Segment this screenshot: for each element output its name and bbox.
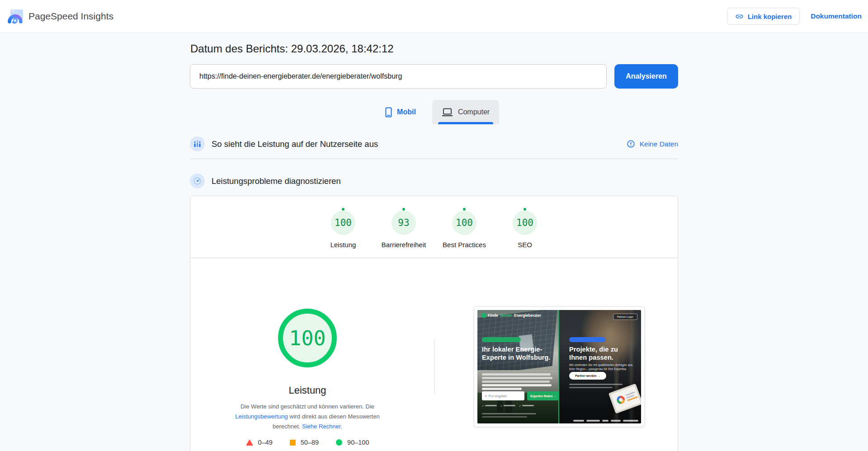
score-label: Best Practices [443,241,486,249]
legend-item-fail: 0–49 [246,439,273,446]
legend-range: 0–49 [258,439,273,446]
blue-badge [569,337,605,342]
link-icon [735,12,744,21]
brand-word: Finde [488,313,498,318]
screenshot-right-pane: Partner Login Projekte, die zu Ihnen pas… [559,310,641,423]
performance-score-value: 100 [289,326,326,350]
text-line [482,377,552,379]
score-gauge: 100 [331,211,355,235]
text-line [482,413,536,414]
score-label: Barrierefreiheit [382,241,426,249]
documentation-link[interactable]: Dokumentation [811,12,862,20]
leistungsbewertung-link[interactable]: Leistungsbewertung [235,413,288,420]
text-line [482,373,551,376]
no-data-link[interactable]: Keine Daten [627,140,678,148]
pagespeed-logo-icon[interactable] [7,9,24,24]
text-line [569,387,613,388]
gauge-description: Die Werte sind geschätzt und können vari… [222,402,393,432]
text-line [482,388,522,390]
gauge-arc-dot [524,208,526,211]
screenshot-left-pane: Finde deinen Energieberater Ihr lokaler … [477,310,559,423]
page-screenshot-thumbnail: Finde deinen Energieberater Ihr lokaler … [474,306,645,427]
url-input[interactable] [190,64,607,89]
report-card: 100 Leistung 93 Barrierefreiheit 100 [190,196,678,451]
copy-link-label: Link kopieren [748,13,792,20]
green-badge [482,337,521,342]
partner-login-button: Partner Login [613,314,637,320]
text-line [482,384,552,386]
score-value: 100 [516,217,533,228]
app-header: PageSpeed Insights Link kopieren Dokumen… [0,0,868,33]
average-square-icon [290,440,296,446]
legend-range: 50–89 [301,439,319,446]
analyze-button[interactable]: Analysieren [614,64,678,89]
score-label: SEO [518,241,532,249]
url-form: Analysieren [190,64,678,89]
tab-computer-label: Computer [458,108,490,116]
siehe-rechner-link[interactable]: Siehe Rechner. [302,423,342,430]
score-value: 100 [456,217,473,228]
brand-word: Energieberater [514,313,541,318]
score-value: 100 [335,217,352,228]
hero-subtext: Wir verbinden Sie mit qualifizierten Anf… [569,363,638,371]
diagnose-speedometer-icon [190,174,205,188]
partner-werden-button: Partner werden → [569,372,606,380]
score-label: Leistung [330,241,356,249]
performance-gauge-area: 100 Leistung Die Werte sind geschätzt un… [190,258,678,451]
site-logo: Finde deinen Energieberater [481,313,541,318]
fail-triangle-icon [246,439,253,446]
diagnose-section-header: Leistungsprobleme diagnostizieren [190,174,678,188]
text-line [482,416,527,418]
tab-mobil-label: Mobil [397,108,416,116]
legend-item-pass: 90–100 [336,439,369,446]
pass-circle-icon [336,439,342,446]
diagnose-title: Leistungsprobleme diagnostizieren [212,176,341,186]
gauge-arc-dot [402,208,405,211]
laptop-icon [442,108,453,117]
section-divider [190,159,678,159]
text-line [569,384,623,385]
benefit-checks: ✓ ✓ ✓ [482,404,534,407]
main-area: Datum des Berichts: 29.03.2026, 18:42:12… [0,33,868,451]
score-item-barrierefreiheit[interactable]: 93 Barrierefreiheit [373,211,434,249]
vertical-divider [434,339,434,394]
device-tabs: Mobil Computer [190,100,678,124]
active-tab-indicator [438,122,493,124]
category-scores-row: 100 Leistung 93 Barrierefreiheit 100 [190,211,678,249]
tab-computer[interactable]: Computer [432,100,499,124]
score-item-seo[interactable]: 100 SEO [495,211,555,249]
find-expert-button: Experten finden → [527,391,559,400]
header-actions: Link kopieren Dokumentation [727,8,862,25]
performance-gauge: 100 [278,309,337,367]
plz-placeholder: PLZ eingeben [489,395,507,398]
app-title: PageSpeed Insights [28,11,113,22]
report-date-heading: Datum des Berichts: 29.03.2026, 18:42:12 [190,42,678,55]
score-legend: 0–49 50–89 90–100 [190,439,425,446]
hero-heading-left: Ihr lokaler Energie-Experte in Wolfsburg… [482,345,554,362]
screenshot-content: Finde deinen Energieberater Ihr lokaler … [477,310,641,423]
score-gauge: 93 [392,211,416,235]
score-gauge: 100 [513,211,537,235]
smartphone-icon [385,107,392,117]
gauge-arc-dot [463,208,466,211]
gauge-arc-dot [342,208,344,211]
brand-word: deinen [500,313,512,318]
hero-heading-right: Projekte, die zu Ihnen passen. [569,345,637,362]
tablet-chart [616,395,626,405]
tab-mobil[interactable]: Mobil [369,100,432,124]
no-data-label: Keine Daten [640,140,678,148]
field-data-icon [190,136,205,151]
field-data-title: So sieht die Leistung auf der Nutzerseit… [212,139,378,149]
score-gauge: 100 [452,211,476,235]
plz-input: ◎ PLZ eingeben [482,391,524,400]
site-logo-icon [481,313,486,318]
copy-link-button[interactable]: Link kopieren [727,8,800,25]
pin-icon: ◎ [485,394,487,398]
text-line [482,381,550,383]
desc-text: Die Werte sind geschätzt und können vari… [241,403,374,410]
legend-item-average: 50–89 [290,439,319,446]
performance-gauge-label: Leistung [233,385,382,396]
info-icon [627,140,635,148]
score-item-best-practices[interactable]: 100 Best Practices [434,211,495,249]
score-item-leistung[interactable]: 100 Leistung [313,211,373,249]
